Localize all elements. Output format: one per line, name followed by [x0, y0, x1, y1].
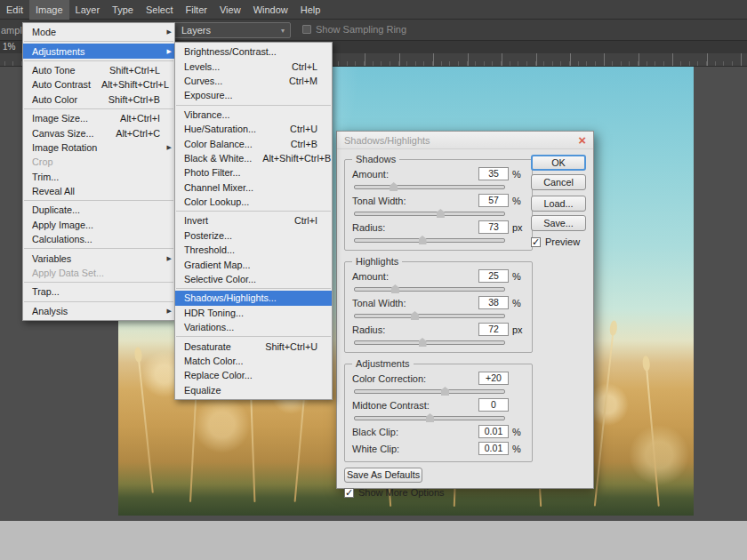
- adjustments-row-white-clip: White Clip: 0.01 %: [352, 441, 525, 456]
- slider-track[interactable]: [354, 386, 505, 396]
- slider-track[interactable]: [354, 412, 505, 422]
- slider-thumb[interactable]: [411, 311, 419, 320]
- unit-label: %: [509, 169, 525, 180]
- image-menu-item-adjustments[interactable]: Adjustments ▶: [23, 44, 174, 58]
- adjustments-item-channel-mixer[interactable]: Channel Mixer... ▶: [175, 180, 332, 195]
- adjustments-item-invert[interactable]: Invert Ctrl+I ▶: [175, 213, 332, 228]
- value-input[interactable]: 72: [478, 323, 509, 336]
- value-input[interactable]: 25: [478, 269, 509, 283]
- adjustments-item-variations[interactable]: Variations... ▶: [175, 320, 332, 334]
- show-more-options-checkbox[interactable]: Show More Options: [344, 487, 533, 498]
- value-input[interactable]: 0.01: [478, 442, 509, 455]
- image-menu-item-auto-tone[interactable]: Auto Tone Shift+Ctrl+L ▶: [23, 63, 174, 77]
- adjustments-item-brightness-contrast[interactable]: Brightness/Contrast... ▶: [175, 44, 332, 59]
- value-input[interactable]: 0: [478, 398, 509, 412]
- adjustments-item-selective-color[interactable]: Selective Color... ▶: [175, 272, 332, 286]
- image-menu-item-apply-image[interactable]: Apply Image... ▶: [23, 218, 174, 232]
- image-menu-item-image-rotation[interactable]: Image Rotation ▶: [23, 140, 174, 155]
- image-menu-item-mode[interactable]: Mode ▶: [23, 25, 174, 39]
- image-menu-item-crop[interactable]: Crop ▶: [23, 155, 174, 169]
- unit-label: %: [509, 196, 525, 206]
- image-menu-item-trim[interactable]: Trim... ▶: [23, 170, 174, 184]
- adjustments-item-hdr-toning[interactable]: HDR Toning... ▶: [175, 306, 332, 320]
- slider-thumb[interactable]: [391, 284, 399, 293]
- slider-thumb[interactable]: [390, 182, 398, 191]
- image-menu-item-auto-color[interactable]: Auto Color Shift+Ctrl+B ▶: [23, 92, 174, 107]
- save-as-defaults-button[interactable]: Save As Defaults: [344, 468, 422, 483]
- adjustments-item-vibrance[interactable]: Vibrance... ▶: [175, 108, 332, 122]
- highlights-row-tonal-width: Tonal Width: 38 %: [352, 295, 525, 320]
- shadows-row-tonal-width: Tonal Width: 57 %: [352, 193, 525, 218]
- adjustments-item-hue-saturation[interactable]: Hue/Saturation... Ctrl+U ▶: [175, 122, 332, 136]
- value-input[interactable]: 35: [478, 167, 509, 180]
- adjustments-item-levels[interactable]: Levels... Ctrl+L ▶: [175, 59, 332, 73]
- image-menu-item-apply-data-set[interactable]: Apply Data Set... ▶: [23, 266, 174, 280]
- adjustments-item-color-lookup[interactable]: Color Lookup... ▶: [175, 195, 332, 209]
- value-input[interactable]: 0.01: [478, 425, 509, 438]
- image-menu-item-auto-contrast[interactable]: Auto Contrast Alt+Shift+Ctrl+L ▶: [23, 77, 174, 92]
- menubar-item-filter[interactable]: Filter: [180, 0, 213, 20]
- preview-checkbox[interactable]: Preview: [531, 236, 588, 247]
- adjustments-item-shadows-highlights[interactable]: Shadows/Highlights... ▶: [175, 291, 332, 305]
- adjustments-item-threshold[interactable]: Threshold... ▶: [175, 243, 332, 257]
- adjustments-item-color-balance[interactable]: Color Balance... Ctrl+B ▶: [175, 136, 332, 150]
- image-menu-item-variables[interactable]: Variables ▶: [23, 251, 174, 265]
- menu-separator: [176, 336, 331, 337]
- cancel-button[interactable]: Cancel: [531, 174, 586, 190]
- value-input[interactable]: 38: [478, 296, 509, 309]
- menu-separator: [176, 288, 331, 289]
- slider-track[interactable]: [354, 235, 505, 244]
- menubar-item-select[interactable]: Select: [140, 0, 180, 20]
- slider-track[interactable]: [354, 208, 505, 218]
- param-label: Amount:: [352, 169, 478, 180]
- slider-track[interactable]: [354, 337, 505, 347]
- adjustments-item-curves[interactable]: Curves... Ctrl+M ▶: [175, 74, 332, 88]
- image-menu-item-analysis[interactable]: Analysis ▶: [23, 304, 174, 318]
- submenu-arrow-icon: ▶: [164, 28, 172, 36]
- show-sampling-ring-checkbox[interactable]: Show Sampling Ring: [302, 24, 406, 35]
- adjustments-item-posterize[interactable]: Posterize... ▶: [175, 228, 332, 243]
- slider-thumb[interactable]: [426, 413, 434, 422]
- adjustments-item-equalize[interactable]: Equalize ▶: [175, 383, 332, 397]
- slider-track[interactable]: [354, 284, 505, 293]
- menubar-item-edit[interactable]: Edit: [0, 0, 29, 20]
- save-button[interactable]: Save...: [531, 215, 586, 231]
- slider-thumb[interactable]: [419, 338, 427, 347]
- close-icon[interactable]: ×: [578, 133, 586, 147]
- adjustments-item-exposure[interactable]: Exposure... ▶: [175, 88, 332, 102]
- param-label: Tonal Width:: [352, 298, 478, 308]
- image-menu-item-trap[interactable]: Trap... ▶: [23, 284, 174, 299]
- adjustments-item-black-white[interactable]: Black & White... Alt+Shift+Ctrl+B ▶: [175, 151, 332, 165]
- adjustments-item-desaturate[interactable]: Desaturate Shift+Ctrl+U ▶: [175, 339, 332, 353]
- adjustments-item-replace-color[interactable]: Replace Color... ▶: [175, 368, 332, 382]
- chevron-down-icon: ▾: [281, 27, 285, 35]
- slider-thumb[interactable]: [437, 209, 445, 218]
- menubar-item-view[interactable]: View: [213, 0, 247, 20]
- slider-track[interactable]: [354, 310, 505, 320]
- image-menu-item-canvas-size[interactable]: Canvas Size... Alt+Ctrl+C ▶: [23, 125, 174, 140]
- image-menu-item-duplicate[interactable]: Duplicate... ▶: [23, 203, 174, 217]
- menu-separator: [24, 41, 173, 42]
- image-menu-item-reveal-all[interactable]: Reveal All ▶: [23, 184, 174, 198]
- load-button[interactable]: Load...: [531, 196, 586, 212]
- image-menu-item-image-size[interactable]: Image Size... Alt+Ctrl+I ▶: [23, 111, 174, 125]
- menubar-item-layer[interactable]: Layer: [69, 0, 107, 20]
- menubar-item-help[interactable]: Help: [294, 0, 327, 20]
- adjustments-item-gradient-map[interactable]: Gradient Map... ▶: [175, 257, 332, 271]
- slider-thumb[interactable]: [441, 387, 449, 396]
- value-input[interactable]: 73: [478, 220, 509, 234]
- adjustments-item-match-color[interactable]: Match Color... ▶: [175, 354, 332, 368]
- value-input[interactable]: 57: [478, 194, 509, 207]
- ok-button[interactable]: OK: [531, 155, 586, 171]
- slider-thumb[interactable]: [419, 236, 427, 244]
- value-input[interactable]: +20: [478, 372, 509, 385]
- menubar-item-window[interactable]: Window: [247, 0, 294, 20]
- submenu-arrow-icon: ▶: [164, 144, 172, 151]
- slider-track[interactable]: [354, 181, 505, 191]
- adjustments-item-photo-filter[interactable]: Photo Filter... ▶: [175, 165, 332, 180]
- image-menu-item-calculations[interactable]: Calculations... ▶: [23, 232, 174, 246]
- unit-label: %: [509, 298, 525, 308]
- menubar-item-image[interactable]: Image: [29, 0, 69, 20]
- menubar-item-type[interactable]: Type: [106, 0, 140, 20]
- dialog-title-bar[interactable]: Shadows/Highlights ×: [337, 132, 593, 149]
